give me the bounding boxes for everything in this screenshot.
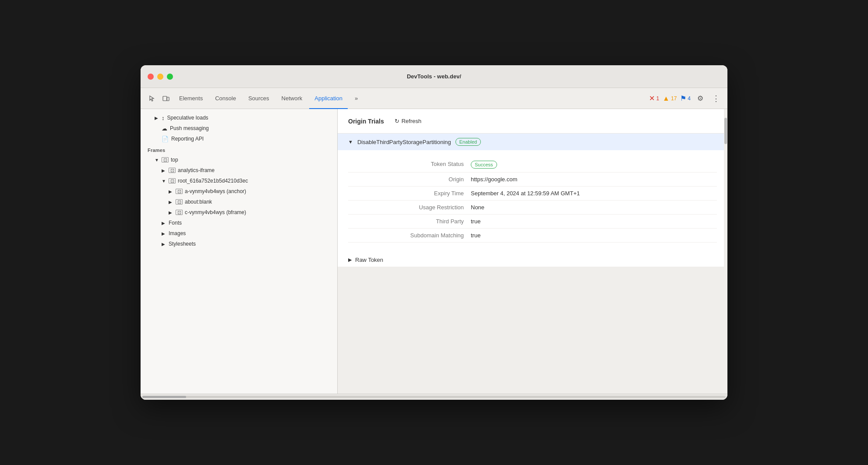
sidebar-item-analytics-iframe[interactable]: ▶ ⊡ analytics-iframe: [141, 165, 337, 176]
sidebar-item-images[interactable]: ▶ Images: [141, 228, 337, 239]
arrow-right-icon: ▶: [169, 200, 174, 204]
panel-title: Origin Trials: [348, 118, 384, 125]
more-menu-button[interactable]: ⋮: [710, 92, 722, 105]
detail-value-third-party: true: [471, 218, 480, 225]
panel-scrollbar[interactable]: [724, 109, 727, 394]
horizontal-scrollbar[interactable]: [141, 394, 727, 400]
scrollbar-thumb: [724, 118, 727, 144]
frame-icon: ⊡: [169, 168, 176, 173]
sidebar-item-about-blank[interactable]: ▶ ⊡ about:blank: [141, 197, 337, 207]
arrow-down-icon: ▼: [155, 158, 160, 162]
window-title: DevTools - web.dev/: [407, 73, 461, 80]
raw-token-row[interactable]: ▶ Raw Token: [338, 250, 727, 267]
document-icon: 📄: [162, 136, 169, 142]
scrollbar-thumb-h: [142, 396, 186, 398]
main-panel: Origin Trials ↻ Refresh ▼ DisableThirdPa…: [338, 109, 727, 267]
device-toggle-icon[interactable]: [160, 92, 172, 105]
frame-icon: ⊡: [176, 210, 183, 215]
sidebar-item-fonts[interactable]: ▶ Fonts: [141, 218, 337, 228]
detail-value-origin: https://google.com: [471, 176, 517, 183]
arrow-right-icon: ▶: [169, 189, 174, 194]
tab-console[interactable]: Console: [210, 92, 241, 106]
detail-label-token-status: Token Status: [348, 161, 471, 167]
detail-row-expiry: Expiry Time September 4, 2024 at 12:59:5…: [348, 187, 717, 201]
devtools-window: DevTools - web.dev/ Elements Console Sou…: [141, 65, 727, 400]
detail-value-expiry: September 4, 2024 at 12:59:59 AM GMT+1: [471, 190, 580, 197]
more-tabs-button[interactable]: »: [349, 92, 363, 106]
titlebar: DevTools - web.dev/: [141, 65, 727, 88]
maximize-button[interactable]: [167, 74, 173, 80]
ellipsis-icon: ⋮: [712, 94, 720, 103]
raw-token-label: Raw Token: [355, 257, 383, 263]
raw-token-arrow-icon: ▶: [348, 257, 352, 263]
detail-row-origin: Origin https://google.com: [348, 173, 717, 187]
svg-rect-1: [167, 97, 169, 101]
sidebar-item-top[interactable]: ▼ ⊡ top: [141, 155, 337, 165]
frame-icon: ⊡: [169, 178, 176, 183]
trial-name: DisableThirdPartyStoragePartitioning: [357, 139, 451, 145]
arrow-down-icon: ▼: [162, 179, 167, 183]
sidebar-item-bframe[interactable]: ▶ ⊡ c-vynmy4vb4wys (bframe): [141, 207, 337, 218]
cursor-icon[interactable]: [146, 92, 158, 105]
svg-rect-0: [163, 96, 167, 101]
panel-header: Origin Trials ↻ Refresh: [338, 109, 727, 134]
arrow-right-icon: ▶: [155, 116, 160, 120]
tab-application[interactable]: Application: [309, 92, 348, 106]
detail-label-expiry: Expiry Time: [348, 190, 471, 197]
toolbar-right: ✕ 1 ▲ 17 ⚑ 4 ⚙ ⋮: [649, 92, 722, 105]
main-content: ▶ ↕ Speculative loads ☁ Push messaging 📄…: [141, 109, 727, 394]
arrow-right-icon: ▶: [162, 242, 167, 247]
refresh-button[interactable]: ↻ Refresh: [391, 116, 425, 126]
refresh-icon: ↻: [395, 118, 399, 124]
sidebar-item-anchor-frame[interactable]: ▶ ⊡ a-vynmy4vb4wys (anchor): [141, 186, 337, 197]
warning-badge[interactable]: ▲ 17: [663, 95, 677, 102]
detail-row-usage-restriction: Usage Restriction None: [348, 201, 717, 215]
sidebar-item-root-frame[interactable]: ▼ ⊡ root_616a752e1b5d4210d3ec: [141, 176, 337, 186]
no-arrow: [155, 137, 160, 141]
detail-row-token-status: Token Status Success: [348, 157, 717, 173]
sidebar: ▶ ↕ Speculative loads ☁ Push messaging 📄…: [141, 109, 338, 394]
frames-section: Frames: [141, 144, 337, 155]
arrow-right-icon: ▶: [162, 231, 167, 236]
sidebar-item-reporting-api[interactable]: 📄 Reporting API: [141, 134, 337, 144]
detail-row-third-party: Third Party true: [348, 215, 717, 229]
scrollbar-track: [142, 396, 726, 398]
trial-enabled-badge: Enabled: [455, 138, 481, 146]
cloud-icon: ☁: [162, 125, 167, 132]
frame-icon: ⊡: [176, 189, 183, 194]
info-badge[interactable]: ⚑ 4: [680, 94, 691, 102]
sidebar-item-stylesheets[interactable]: ▶ Stylesheets: [141, 239, 337, 249]
error-icon: ✕: [649, 94, 655, 102]
detail-label-origin: Origin: [348, 176, 471, 183]
close-button[interactable]: [148, 74, 154, 80]
settings-button[interactable]: ⚙: [694, 92, 706, 105]
arrow-right-icon: ▶: [162, 168, 167, 173]
token-status-badge: Success: [471, 161, 497, 169]
arrow-right-icon: ▶: [162, 221, 167, 225]
tab-sources[interactable]: Sources: [243, 92, 275, 106]
sidebar-item-push-messaging[interactable]: ☁ Push messaging: [141, 123, 337, 134]
detail-row-subdomain-matching: Subdomain Matching true: [348, 229, 717, 243]
warning-icon: ▲: [663, 95, 670, 102]
tab-network[interactable]: Network: [276, 92, 308, 106]
frame-icon: ⊡: [162, 157, 169, 162]
detail-table: Token Status Success Origin https://goog…: [338, 150, 727, 250]
arrow-right-icon: ▶: [169, 210, 174, 215]
trial-arrow-down-icon: ▼: [348, 139, 353, 144]
tab-elements[interactable]: Elements: [174, 92, 208, 106]
detail-value-subdomain-matching: true: [471, 232, 480, 239]
trial-row[interactable]: ▼ DisableThirdPartyStoragePartitioning E…: [338, 134, 727, 150]
gear-icon: ⚙: [697, 94, 703, 102]
error-badge[interactable]: ✕ 1: [649, 94, 659, 102]
no-arrow: [155, 126, 160, 131]
panel-wrapper: Origin Trials ↻ Refresh ▼ DisableThirdPa…: [338, 109, 727, 394]
minimize-button[interactable]: [157, 74, 163, 80]
toolbar: Elements Console Sources Network Applica…: [141, 88, 727, 109]
sidebar-item-speculative-loads[interactable]: ▶ ↕ Speculative loads: [141, 113, 337, 123]
frame-icon: ⊡: [176, 199, 183, 204]
detail-label-third-party: Third Party: [348, 218, 471, 225]
detail-label-usage-restriction: Usage Restriction: [348, 204, 471, 211]
info-icon: ⚑: [680, 94, 686, 102]
download-icon: ↕: [162, 115, 165, 121]
traffic-lights: [148, 74, 173, 80]
